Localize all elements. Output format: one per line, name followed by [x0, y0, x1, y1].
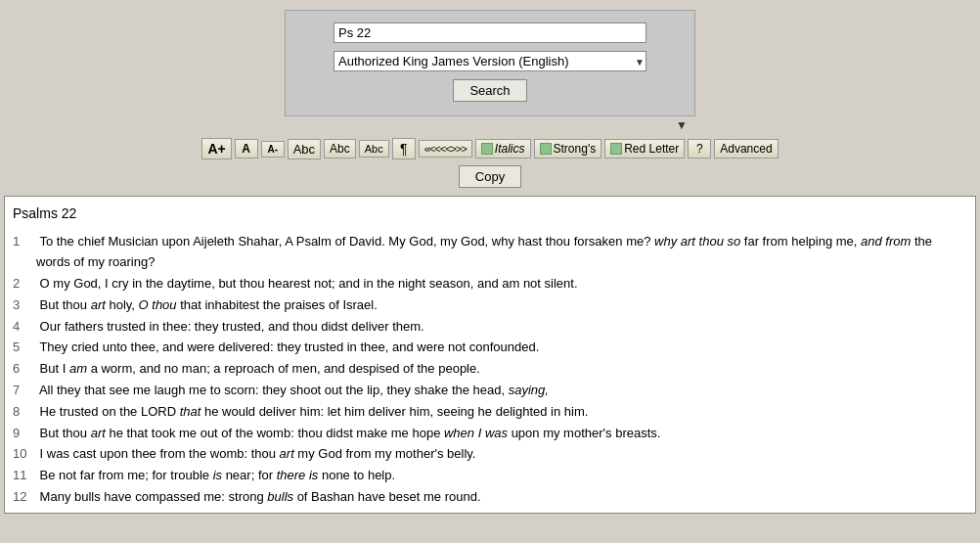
italics-button[interactable]: Italics	[475, 139, 531, 158]
verse-text-7: All they that see me laugh me to scorn: …	[36, 381, 549, 401]
font-larger-button[interactable]: A+	[201, 138, 231, 159]
search-button[interactable]: Search	[453, 79, 526, 102]
verse-num-10: 10	[13, 444, 32, 465]
verse-num-9: 9	[13, 424, 32, 444]
version-select-wrapper: Authorized King James Version (English) …	[334, 51, 646, 71]
strongs-check-icon	[540, 143, 552, 155]
verse-7: 7 All they that see me laugh me to scorn…	[13, 381, 967, 401]
verse-4: 4 Our fathers trusted in thee: they trus…	[13, 317, 967, 338]
verse-5: 5 They cried unto thee, and were deliver…	[13, 338, 967, 358]
font-smaller-button[interactable]: A-	[261, 141, 285, 158]
style-abc2-button[interactable]: Abc	[324, 139, 356, 158]
verse-12: 12 Many bulls have compassed me: strong …	[13, 487, 967, 508]
verse-text-11: Be not far from me; for trouble is near;…	[36, 466, 395, 486]
indent-button[interactable]: «<<<<>>>	[419, 140, 472, 158]
content-area[interactable]: Psalms 22 1 To the chief Musician upon A…	[4, 196, 976, 514]
top-panel: Authorized King James Version (English) …	[0, 0, 980, 196]
verse-num-8: 8	[13, 402, 32, 423]
search-box: Authorized King James Version (English) …	[285, 10, 695, 116]
verse-num-2: 2	[13, 274, 32, 294]
verse-text-10: I was cast upon thee from the womb: thou…	[36, 444, 475, 465]
toolbar: A+ A A- Abc Abc Abc ¶ «<<<<>>> Italics S…	[201, 138, 778, 159]
copy-button[interactable]: Copy	[459, 165, 521, 188]
psalm-title: Psalms 22	[13, 203, 967, 224]
italics-check-icon	[481, 143, 493, 155]
pilcrow-button[interactable]: ¶	[392, 138, 416, 159]
verse-text-8: He trusted on the LORD that he would del…	[36, 402, 588, 423]
verse-2: 2 O my God, I cry in the daytime, but th…	[13, 274, 967, 294]
verse-text-2: O my God, I cry in the daytime, but thou…	[36, 274, 578, 294]
verse-num-1: 1	[13, 232, 32, 273]
version-select[interactable]: Authorized King James Version (English)	[334, 51, 646, 71]
advanced-dropdown-arrow[interactable]: ▼	[676, 118, 688, 132]
verse-num-13: 13	[13, 509, 32, 514]
help-button[interactable]: ?	[688, 139, 711, 158]
verse-9: 9 But thou art he that took me out of th…	[13, 424, 967, 444]
verse-num-7: 7	[13, 381, 32, 401]
verse-6: 6 But I am a worm, and no man; a reproac…	[13, 359, 967, 380]
verse-text-13: They gaped upon me with their mouths, as…	[36, 509, 448, 514]
strongs-button[interactable]: Strong's	[534, 139, 602, 158]
verse-1: 1 To the chief Musician upon Aijeleth Sh…	[13, 232, 967, 273]
verse-text-1: To the chief Musician upon Aijeleth Shah…	[36, 232, 967, 273]
font-normal-button[interactable]: A	[235, 139, 258, 158]
verse-num-11: 11	[13, 466, 32, 486]
verse-text-12: Many bulls have compassed me: strong bul…	[36, 487, 481, 508]
advanced-arrow-row: ▼	[285, 118, 695, 132]
verse-3: 3 But thou art holy, O thou that inhabit…	[13, 295, 967, 316]
verse-text-3: But thou art holy, O thou that inhabites…	[36, 295, 378, 316]
verse-num-6: 6	[13, 359, 32, 380]
verse-10: 10 I was cast upon thee from the womb: t…	[13, 444, 967, 465]
verse-text-4: Our fathers trusted in thee: they truste…	[36, 317, 424, 338]
verse-text-9: But thou art he that took me out of the …	[36, 424, 660, 444]
style-abc3-button[interactable]: Abc	[359, 140, 389, 158]
advanced-button[interactable]: Advanced	[714, 139, 778, 158]
verse-num-5: 5	[13, 338, 32, 358]
red-letter-button[interactable]: Red Letter	[604, 139, 685, 158]
verse-text-6: But I am a worm, and no man; a reproach …	[36, 359, 480, 380]
verse-13: 13 They gaped upon me with their mouths,…	[13, 509, 967, 514]
verse-num-4: 4	[13, 317, 32, 338]
search-input[interactable]	[334, 23, 646, 43]
style-abc1-button[interactable]: Abc	[288, 139, 321, 159]
verse-11: 11 Be not far from me; for trouble is ne…	[13, 466, 967, 486]
verse-8: 8 He trusted on the LORD that he would d…	[13, 402, 967, 423]
verse-num-3: 3	[13, 295, 32, 316]
verse-text-5: They cried unto thee, and were delivered…	[36, 338, 539, 358]
copy-row: Copy	[459, 165, 521, 188]
verse-num-12: 12	[13, 487, 32, 508]
red-letter-check-icon	[610, 143, 622, 155]
